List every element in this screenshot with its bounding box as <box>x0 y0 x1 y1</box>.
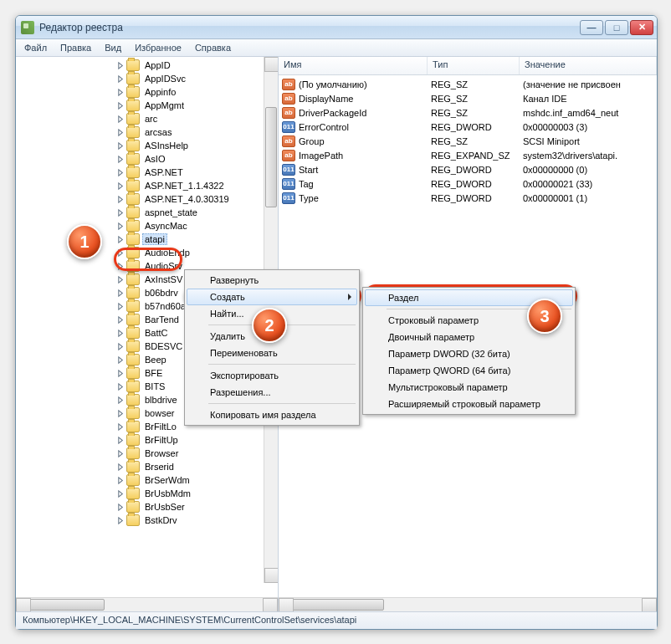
expander-icon[interactable] <box>116 436 125 444</box>
context-rename[interactable]: Переименовать <box>187 345 357 361</box>
expander-icon[interactable] <box>116 88 125 96</box>
expander-icon[interactable] <box>116 396 125 404</box>
titlebar[interactable]: Редактор реестра — □ ✕ <box>16 16 657 39</box>
menu-help[interactable]: Справка <box>188 40 238 55</box>
expander-icon[interactable] <box>116 369 125 377</box>
expander-icon[interactable] <box>116 329 125 337</box>
context-copy-name[interactable]: Копировать имя раздела <box>187 406 357 423</box>
expander-icon[interactable] <box>116 115 125 123</box>
context-permissions[interactable]: Разрешения... <box>187 384 357 401</box>
list-row[interactable]: 011TagREG_DWORD0x00000021 (33) <box>279 176 657 191</box>
column-value[interactable]: Значение <box>520 57 657 74</box>
tree-item[interactable]: arc <box>16 112 278 125</box>
expander-icon[interactable] <box>116 463 125 471</box>
expander-icon[interactable] <box>116 101 125 110</box>
tree-item[interactable]: BrSerWdm <box>16 473 278 487</box>
list-row[interactable]: 011TypeREG_DWORD0x00000001 (1) <box>279 191 657 205</box>
maximize-button[interactable]: □ <box>605 20 628 35</box>
expander-icon[interactable] <box>116 155 125 163</box>
tree-item[interactable]: ASP.NET_1.1.4322 <box>16 179 278 192</box>
list-row[interactable]: abDisplayNameREG_SZКанал IDE <box>279 91 657 105</box>
list-row[interactable]: 011ErrorControlREG_DWORD0x00000003 (3) <box>279 120 657 134</box>
tree-item-label: BFE <box>142 367 165 379</box>
tree-item[interactable]: ASInsHelp <box>16 139 278 152</box>
expander-icon[interactable] <box>116 382 125 391</box>
expander-icon[interactable] <box>116 503 125 511</box>
menu-view[interactable]: Вид <box>98 40 128 55</box>
minimize-button[interactable]: — <box>580 20 603 35</box>
chevron-right-icon <box>348 294 351 300</box>
close-button[interactable]: ✕ <box>630 20 653 35</box>
tree-item-label: Appinfo <box>142 86 178 98</box>
expander-icon[interactable] <box>116 315 125 324</box>
context-export[interactable]: Экспортировать <box>187 367 357 384</box>
tree-item[interactable]: Browser <box>16 447 278 460</box>
expander-icon[interactable] <box>116 222 125 230</box>
context-expand[interactable]: Развернуть <box>187 272 357 289</box>
tree-item[interactable]: ASP.NET <box>16 166 278 179</box>
folder-icon <box>126 421 140 432</box>
tree-item[interactable]: BrUsbMdm <box>16 487 278 500</box>
expander-icon[interactable] <box>116 181 125 190</box>
expander-icon[interactable] <box>116 476 125 484</box>
tree-item[interactable]: AsyncMac <box>16 219 278 233</box>
tree-item[interactable]: aspnet_state <box>16 206 278 219</box>
tree-item[interactable]: Appinfo <box>16 85 278 99</box>
expander-icon[interactable] <box>116 275 125 284</box>
tree-item[interactable]: AppMgmt <box>16 99 278 112</box>
expander-icon[interactable] <box>116 342 125 350</box>
expander-icon[interactable] <box>116 235 125 243</box>
folder-icon <box>126 233 140 245</box>
expander-icon[interactable] <box>116 289 125 297</box>
expander-icon[interactable] <box>116 489 125 498</box>
tree-item[interactable]: BrUsbSer <box>16 500 278 514</box>
expander-icon[interactable] <box>116 449 125 457</box>
column-name[interactable]: Имя <box>279 57 428 74</box>
tree-item[interactable]: BrFiltUp <box>16 433 278 447</box>
expander-icon[interactable] <box>116 355 125 364</box>
expander-icon[interactable] <box>116 74 125 83</box>
expander-icon[interactable] <box>116 128 125 136</box>
menu-favorites[interactable]: Избранное <box>128 40 188 55</box>
submenu-multi[interactable]: Мультистроковый параметр <box>365 379 573 396</box>
tree-item[interactable]: AsIO <box>16 152 278 166</box>
submenu-qword[interactable]: Параметр QWORD (64 бита) <box>365 362 573 379</box>
tree-item[interactable]: AppID <box>16 59 278 72</box>
list-row[interactable]: abGroupREG_SZSCSI Miniport <box>279 134 657 148</box>
tree-item[interactable]: ASP.NET_4.0.30319 <box>16 192 278 206</box>
list-row[interactable]: 011StartREG_DWORD0x00000000 (0) <box>279 162 657 176</box>
column-type[interactable]: Тип <box>428 57 520 74</box>
tree-item[interactable]: AppIDSvc <box>16 72 278 85</box>
expander-icon[interactable] <box>116 516 125 524</box>
list-row[interactable]: abImagePathREG_EXPAND_SZsystem32\drivers… <box>279 148 657 162</box>
folder-icon <box>126 220 140 232</box>
menu-edit[interactable]: Правка <box>54 40 98 55</box>
expander-icon[interactable] <box>116 422 125 431</box>
context-create[interactable]: Создать <box>187 289 357 305</box>
menu-file[interactable]: Файл <box>18 40 54 55</box>
tree-item-label: b57nd60a <box>142 300 188 312</box>
expander-icon[interactable] <box>116 61 125 69</box>
tree-item[interactable]: BstkDrv <box>16 514 278 527</box>
value-type: REG_DWORD <box>431 193 523 203</box>
tree-item-label: arcsas <box>142 126 174 138</box>
list-horizontal-scrollbar[interactable] <box>279 597 657 611</box>
expander-icon[interactable] <box>116 409 125 417</box>
submenu-expand[interactable]: Расширяемый строковый параметр <box>365 396 573 412</box>
expander-icon[interactable] <box>116 168 125 176</box>
expander-icon[interactable] <box>116 208 125 217</box>
value-data: 0x00000001 (1) <box>523 193 657 203</box>
reg-dw-icon: 011 <box>282 178 295 190</box>
tree-item[interactable]: arcsas <box>16 125 278 139</box>
expander-icon[interactable] <box>116 302 125 310</box>
list-row[interactable]: ab(По умолчанию)REG_SZ(значение не присв… <box>279 77 657 91</box>
folder-icon <box>126 59 140 71</box>
tree-item[interactable]: Brserid <box>16 460 278 473</box>
expander-icon[interactable] <box>116 141 125 150</box>
tree-horizontal-scrollbar[interactable] <box>16 597 278 611</box>
value-type: REG_DWORD <box>431 122 523 132</box>
tree-item[interactable]: atapi <box>16 233 278 246</box>
list-row[interactable]: abDriverPackageIdREG_SZmshdc.inf_amd64_n… <box>279 105 657 120</box>
submenu-dword[interactable]: Параметр DWORD (32 бита) <box>365 345 573 362</box>
expander-icon[interactable] <box>116 195 125 203</box>
